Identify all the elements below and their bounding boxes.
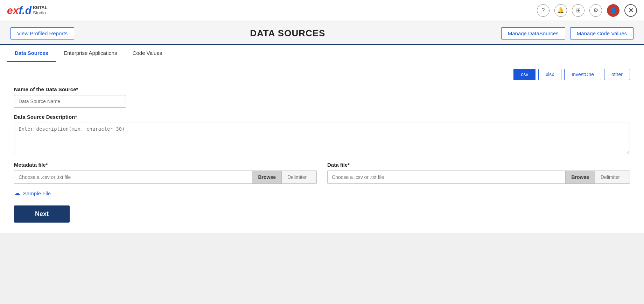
avatar-button[interactable]: 👤 bbox=[607, 4, 620, 17]
tab-data-sources[interactable]: Data Sources bbox=[7, 45, 56, 62]
description-label: Data Source Description* bbox=[14, 114, 630, 120]
tabs-bar: Data Sources Enterprise Applications Cod… bbox=[7, 45, 637, 62]
grid-icon: ⊞ bbox=[576, 7, 581, 14]
metadata-file-label: Metadata file* bbox=[14, 162, 317, 168]
logo: exf.d IGITAL Studio bbox=[7, 5, 48, 16]
grid-icon-button[interactable]: ⊞ bbox=[572, 4, 584, 17]
help-icon: ? bbox=[542, 7, 545, 14]
format-other-button[interactable]: other bbox=[604, 69, 630, 80]
view-profiled-reports-button[interactable]: View Profiled Reports bbox=[10, 27, 74, 39]
page-title-bar: View Profiled Reports DATA SOURCES Manag… bbox=[0, 21, 644, 44]
metadata-file-input-row: Browse bbox=[14, 171, 317, 184]
data-file-browse-button[interactable]: Browse bbox=[565, 171, 595, 183]
data-file-name-field[interactable] bbox=[328, 171, 565, 183]
logo-ex: ex bbox=[7, 5, 19, 16]
download-cloud-icon: ☁ bbox=[14, 189, 20, 197]
tab-code-values[interactable]: Code Values bbox=[125, 45, 170, 62]
form-area: csv xlsx InvestOne other Name of the Dat… bbox=[7, 62, 637, 226]
metadata-delimiter-field[interactable] bbox=[281, 171, 316, 183]
file-upload-row: Metadata file* Browse Data file* Browse bbox=[14, 162, 630, 184]
next-button[interactable]: Next bbox=[14, 205, 70, 223]
close-button[interactable]: ✕ bbox=[624, 4, 637, 17]
user-avatar-icon: 👤 bbox=[609, 7, 617, 14]
gear-icon: ⚙ bbox=[593, 7, 598, 14]
description-field-group: Data Source Description* bbox=[14, 114, 630, 155]
format-xlsx-button[interactable]: xlsx bbox=[538, 69, 561, 80]
name-label: Name of the Data Source* bbox=[14, 86, 630, 92]
metadata-browse-button[interactable]: Browse bbox=[252, 171, 281, 183]
tab-enterprise-applications[interactable]: Enterprise Applications bbox=[56, 45, 125, 62]
header: exf.d IGITAL Studio ? 🔔 ⊞ ⚙ 👤 ✕ bbox=[0, 0, 644, 21]
name-input[interactable] bbox=[14, 95, 126, 108]
data-file-delimiter-field[interactable] bbox=[595, 171, 630, 183]
close-icon: ✕ bbox=[628, 7, 634, 14]
data-file-label: Data file* bbox=[327, 162, 630, 168]
settings-icon-button[interactable]: ⚙ bbox=[589, 4, 602, 17]
format-investone-button[interactable]: InvestOne bbox=[564, 69, 601, 80]
data-file-group: Data file* Browse bbox=[327, 162, 630, 184]
metadata-file-name-field[interactable] bbox=[14, 171, 252, 183]
data-file-input-row: Browse bbox=[327, 171, 630, 184]
main-content: Data Sources Enterprise Applications Cod… bbox=[0, 45, 644, 233]
format-csv-button[interactable]: csv bbox=[513, 69, 536, 80]
view-profiled-reports-container: View Profiled Reports bbox=[10, 27, 74, 39]
notifications-icon-button[interactable]: 🔔 bbox=[554, 4, 567, 17]
header-icons: ? 🔔 ⊞ ⚙ 👤 ✕ bbox=[537, 4, 637, 17]
bell-icon: 🔔 bbox=[557, 7, 564, 14]
help-icon-button[interactable]: ? bbox=[537, 4, 550, 17]
logo-studio-text: Studio bbox=[33, 10, 48, 15]
manage-code-values-button[interactable]: Manage Code Values bbox=[570, 27, 634, 39]
description-input[interactable] bbox=[14, 123, 630, 154]
name-field-group: Name of the Data Source* bbox=[14, 86, 630, 108]
page-title-center: DATA SOURCES bbox=[74, 28, 501, 39]
page-title-actions: Manage DataSources Manage Code Values bbox=[501, 27, 634, 39]
manage-datasources-button[interactable]: Manage DataSources bbox=[501, 27, 565, 39]
logo-fd: f.d bbox=[19, 5, 31, 16]
page-title: DATA SOURCES bbox=[74, 28, 501, 39]
metadata-file-group: Metadata file* Browse bbox=[14, 162, 317, 184]
logo-digital-text: IGITAL bbox=[33, 5, 48, 10]
format-buttons-row: csv xlsx InvestOne other bbox=[14, 69, 630, 80]
sample-file-link[interactable]: Sample File bbox=[23, 190, 51, 196]
sample-file-row: ☁ Sample File bbox=[14, 189, 630, 197]
